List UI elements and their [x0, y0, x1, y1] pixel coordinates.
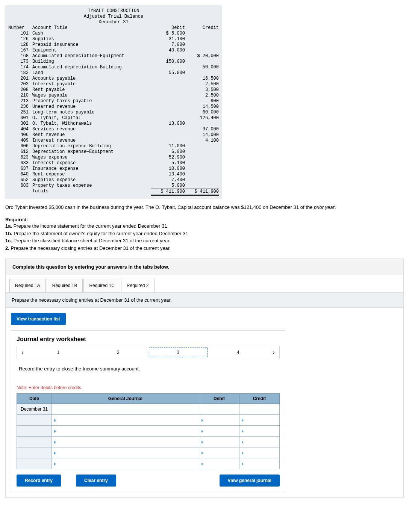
- journal-worksheet: Journal entry worksheet ‹ 1234 › Record …: [11, 330, 285, 492]
- je-account-cell[interactable]: [52, 458, 199, 469]
- je-credit-cell[interactable]: [239, 437, 280, 447]
- je-credit-cell[interactable]: [239, 404, 280, 415]
- tb-credit: $ 20,000: [185, 53, 219, 59]
- tb-account: Prepaid insurance: [32, 42, 151, 48]
- tb-credit: [185, 31, 219, 36]
- je-debit-cell[interactable]: [199, 415, 239, 426]
- step-next-icon[interactable]: ›: [268, 346, 279, 359]
- tab-required-1c[interactable]: Required 1C: [83, 279, 120, 292]
- tb-credit: [185, 160, 219, 166]
- je-credit-cell[interactable]: [239, 415, 280, 426]
- th-credit: Credit: [239, 394, 280, 404]
- record-entry-button[interactable]: Record entry: [17, 475, 61, 487]
- je-date-cell: [17, 426, 52, 437]
- tb-debit: 55,000: [151, 70, 185, 76]
- step-4[interactable]: 4: [208, 347, 268, 358]
- tb-number: 213: [8, 98, 32, 104]
- required-list: 1a. Prepare the income statement for the…: [5, 222, 404, 252]
- tb-number: 201: [8, 76, 32, 82]
- tb-credit: [185, 166, 219, 172]
- je-debit-cell[interactable]: [199, 404, 239, 415]
- dropdown-icon: [54, 452, 56, 455]
- worksheet-title: Journal entry worksheet: [17, 336, 280, 343]
- tb-account: Wages payable: [32, 93, 151, 98]
- step-3[interactable]: 3: [148, 347, 208, 358]
- tb-debit: [151, 76, 185, 82]
- je-date-cell: [17, 437, 52, 447]
- tab-required-1a[interactable]: Required 1A: [9, 279, 46, 292]
- tb-credit: [185, 48, 219, 53]
- je-debit-cell[interactable]: [199, 426, 239, 437]
- th-debit: Debit: [199, 394, 239, 404]
- tb-debit: 7,000: [151, 42, 185, 48]
- tb-debit: 5,100: [151, 160, 185, 166]
- je-account-cell[interactable]: [52, 447, 199, 458]
- tb-credit: [185, 59, 219, 65]
- tb-title: Adjusted Trial Balance: [8, 14, 219, 20]
- je-debit-cell[interactable]: [199, 447, 239, 458]
- tb-account: Accumulated depreciation—Building: [32, 65, 151, 70]
- je-account-cell[interactable]: [52, 437, 199, 447]
- je-debit-cell[interactable]: [199, 437, 239, 447]
- tb-credit: 16,500: [185, 76, 219, 82]
- dropdown-icon: [201, 452, 203, 455]
- tab-required-1b[interactable]: Required 1B: [47, 279, 83, 292]
- tb-account: Building: [32, 59, 151, 65]
- tb-number: 251: [8, 110, 32, 115]
- step-2[interactable]: 2: [88, 347, 148, 358]
- je-account-cell[interactable]: [52, 404, 199, 415]
- journal-entry-table: Date General Journal Debit Credit Decemb…: [17, 393, 280, 469]
- tb-number: 409: [8, 138, 32, 144]
- tb-debit: [151, 104, 185, 110]
- dropdown-icon: [201, 441, 203, 444]
- tb-debit: 52,900: [151, 155, 185, 160]
- tb-debit: [151, 87, 185, 93]
- je-account-cell[interactable]: [52, 415, 199, 426]
- tab-required-2[interactable]: Required 2: [121, 279, 155, 292]
- tb-number: 167: [8, 48, 32, 53]
- tb-account: Rent revenue: [32, 132, 151, 138]
- tb-debit: [151, 98, 185, 104]
- col-debit: Debit: [151, 25, 185, 31]
- je-debit-cell[interactable]: [199, 458, 239, 469]
- debits-before-credits-note: Note: Enter debits before credits.: [17, 385, 280, 390]
- tb-debit: 13,000: [151, 121, 185, 127]
- tb-credit: [185, 155, 219, 160]
- trial-balance-table: TYBALT CONSTRUCTION Adjusted Trial Balan…: [5, 5, 222, 199]
- tb-debit: 31,100: [151, 36, 185, 42]
- step-prev-icon[interactable]: ‹: [17, 346, 28, 359]
- tb-debit: 6,000: [151, 149, 185, 155]
- dropdown-icon: [54, 462, 56, 466]
- view-transaction-list-button[interactable]: View transaction list: [11, 313, 66, 325]
- dropdown-icon: [54, 419, 56, 422]
- tb-account: Interest expense: [32, 160, 151, 166]
- je-date-cell: December 31: [17, 404, 52, 415]
- tb-account: Interest revenue: [32, 138, 151, 144]
- tb-number: 406: [8, 132, 32, 138]
- totals-label: Totals: [32, 189, 151, 196]
- je-credit-cell[interactable]: [239, 447, 280, 458]
- col-credit: Credit: [185, 25, 219, 31]
- tb-number: 683: [8, 183, 32, 189]
- tb-number: 652: [8, 177, 32, 183]
- totals-credit: $ 411,900: [185, 189, 219, 196]
- tb-number: 208: [8, 87, 32, 93]
- clear-entry-button[interactable]: Clear entry: [76, 475, 116, 487]
- je-credit-cell[interactable]: [239, 426, 280, 437]
- tb-account: Interest payable: [32, 82, 151, 87]
- col-number: Number: [8, 25, 32, 31]
- tb-number: 404: [8, 127, 32, 132]
- tb-credit: 50,000: [185, 65, 219, 70]
- tb-account: Depreciation expense—Equipment: [32, 149, 151, 155]
- th-general-journal: General Journal: [52, 394, 199, 404]
- tb-debit: [151, 127, 185, 132]
- step-1[interactable]: 1: [28, 347, 88, 358]
- je-credit-cell[interactable]: [239, 458, 280, 469]
- dropdown-icon: [201, 462, 203, 466]
- tb-account: Wages expense: [32, 155, 151, 160]
- tb-credit: 14,500: [185, 104, 219, 110]
- view-general-journal-button[interactable]: View general journal: [220, 475, 280, 487]
- je-account-cell[interactable]: [52, 426, 199, 437]
- tb-credit: [185, 121, 219, 127]
- tb-number: 612: [8, 149, 32, 155]
